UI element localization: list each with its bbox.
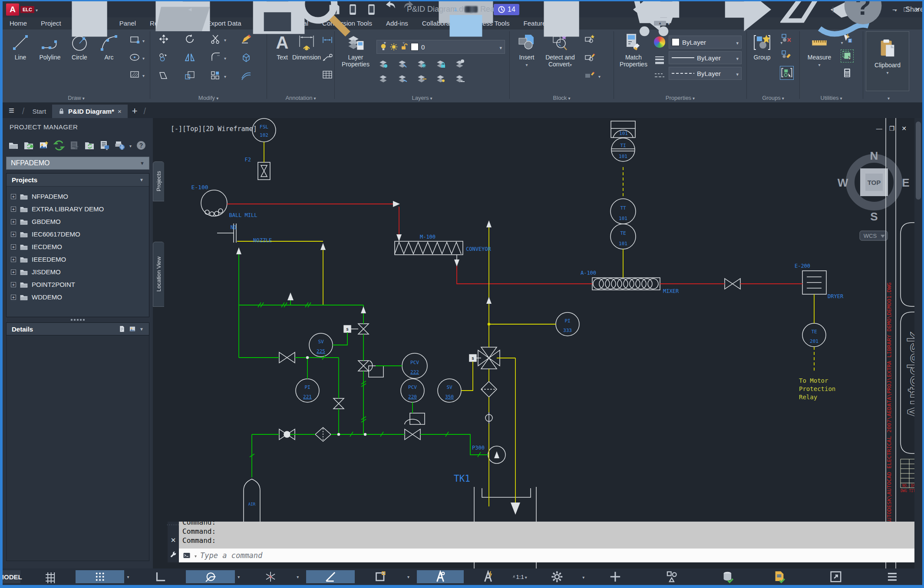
customization-menu-button[interactable] [867, 570, 918, 583]
scale-icon[interactable] [184, 70, 195, 81]
details-preview-icon[interactable] [129, 325, 136, 332]
expand-icon[interactable]: + [11, 269, 16, 275]
panel-title-properties[interactable]: Properties [614, 95, 746, 101]
expand-icon[interactable]: + [11, 257, 16, 262]
account-dropdown-icon[interactable] [485, 6, 487, 13]
polar-dropdown-icon[interactable] [236, 570, 242, 583]
ribbon-collapse-icon[interactable]: ▲ [654, 21, 666, 26]
annotation-monitor-button[interactable] [590, 570, 641, 583]
model-space-button[interactable]: MODEL [0, 570, 20, 583]
snap-dropdown-icon[interactable] [125, 570, 131, 583]
object-snap-toggle[interactable] [356, 570, 404, 583]
vp-close-icon[interactable]: ✕ [901, 125, 907, 132]
trial-countdown-badge[interactable]: 14 [494, 4, 519, 15]
new-drawing-tab-button[interactable]: + [128, 105, 142, 118]
project-tree-item[interactable]: + EXTRA LIBRARY DEMO [11, 203, 149, 215]
expand-icon[interactable]: + [11, 194, 16, 199]
lineweight-dropdown[interactable]: ByLayer [669, 51, 742, 64]
autoscale-toggle[interactable] [465, 570, 512, 583]
mirror-icon[interactable] [184, 52, 195, 62]
command-grip-icon[interactable]: ······ [167, 522, 180, 527]
stretch-icon[interactable] [158, 70, 169, 81]
panel-title-draw[interactable]: Draw [3, 95, 150, 101]
isometric-drafting-toggle[interactable] [247, 570, 294, 583]
scrollbar-thumb[interactable] [916, 122, 921, 200]
search-icon[interactable] [200, 0, 447, 42]
tab-pid-diagram[interactable]: P&ID Diagram* × [52, 105, 128, 118]
panel-title-annotation[interactable]: Annotation [267, 95, 334, 101]
store-cart-icon[interactable] [526, 0, 774, 42]
logo-dropdown-icon[interactable] [36, 6, 38, 13]
viewcube-north[interactable]: N [870, 149, 878, 162]
pm-drawing-list-icon[interactable] [99, 140, 110, 151]
leader-icon[interactable] [322, 52, 333, 62]
ribbon-display-controls[interactable]: ▲ [654, 19, 670, 27]
current-project-dropdown[interactable]: NFPADEMO [6, 157, 149, 170]
file-tab-menu-icon[interactable]: ≡ [3, 105, 20, 118]
copy-icon[interactable] [158, 52, 169, 62]
panel-title-layers[interactable]: Layers [335, 95, 509, 101]
snap-mode-toggle[interactable] [76, 570, 124, 583]
details-section-header[interactable]: Details [6, 322, 149, 335]
workspace-switching-button[interactable] [532, 570, 585, 583]
layer-lock-icon[interactable] [436, 58, 447, 69]
close-button[interactable]: × [915, 5, 920, 14]
app-logo[interactable]: A ELC [6, 3, 38, 16]
pm-new-project-icon[interactable] [23, 140, 34, 151]
expand-icon[interactable]: + [11, 295, 16, 300]
panel-title-block[interactable]: Block [510, 95, 614, 101]
lineweight-icon[interactable] [654, 55, 665, 65]
minimize-button[interactable]: – [892, 5, 897, 14]
pm-plot-publish-icon[interactable] [114, 140, 125, 151]
hatch-tool-icon[interactable] [129, 69, 141, 80]
grid-display-toggle[interactable] [26, 570, 74, 583]
iso-dropdown-icon[interactable] [295, 570, 301, 583]
units-button[interactable] [646, 570, 697, 583]
vertical-scrollbar[interactable] [914, 118, 922, 568]
projects-section-header[interactable]: Projects [7, 174, 149, 187]
viewcube-west[interactable]: W [838, 176, 848, 189]
pm-task-list-icon[interactable] [69, 140, 80, 151]
panel-title-groups[interactable]: Groups [747, 95, 799, 101]
ortho-mode-toggle[interactable] [136, 570, 185, 583]
expand-icon[interactable]: + [11, 207, 16, 212]
group-edit-icon[interactable] [781, 49, 792, 60]
osnap-dropdown-icon[interactable] [406, 570, 412, 583]
command-close-icon[interactable]: ✕ [171, 536, 176, 544]
vp-minimize-icon[interactable]: — [876, 125, 882, 132]
drawing-viewport[interactable]: N S W E TOP WCS [167, 118, 922, 568]
select-similar-icon[interactable] [841, 49, 854, 62]
expand-icon[interactable]: + [11, 282, 16, 287]
object-snap-tracking-toggle[interactable] [306, 570, 355, 583]
explode-icon[interactable] [241, 52, 252, 62]
pm-refresh-icon[interactable] [53, 140, 65, 151]
project-tree-item[interactable]: + NFPADEMO [11, 190, 149, 203]
help-button[interactable] [841, 0, 885, 46]
details-page-icon[interactable] [119, 325, 125, 332]
project-tree-item[interactable]: + IEEEDEMO [11, 253, 149, 266]
layer-walk-icon[interactable] [416, 73, 428, 84]
expand-icon[interactable]: + [11, 219, 16, 224]
layer-off-icon[interactable] [378, 58, 389, 69]
viewcube-east[interactable]: E [902, 176, 909, 189]
command-customize-wrench-icon[interactable] [170, 551, 177, 558]
data-link-status-icon[interactable] [703, 570, 753, 583]
quick-calculator-icon[interactable] [842, 68, 853, 78]
layer-prev-icon[interactable] [397, 73, 409, 84]
expand-icon[interactable]: + [11, 244, 16, 250]
project-tree-item[interactable]: + IEC60617DEMO [11, 228, 149, 240]
project-tree-item[interactable]: + POINT2POINT [11, 278, 149, 291]
pm-update-retag-icon[interactable] [84, 140, 95, 151]
new-drawing-icon[interactable] [44, 0, 132, 42]
graphics-performance-icon[interactable] [754, 570, 805, 583]
fillet-icon[interactable] [210, 52, 221, 62]
close-tab-icon[interactable]: × [118, 108, 122, 115]
recent-commands-icon[interactable] [195, 552, 197, 559]
pm-help-icon[interactable] [135, 140, 147, 151]
panel-title-modify[interactable]: Modify [150, 95, 267, 101]
make-current-layer-icon[interactable] [455, 58, 466, 69]
project-tree-item[interactable]: + WDDEMO [11, 291, 149, 303]
edit-attributes-icon[interactable] [584, 70, 596, 81]
offset-icon[interactable] [241, 70, 252, 81]
viewcube[interactable]: N S W E TOP WCS [838, 149, 910, 240]
